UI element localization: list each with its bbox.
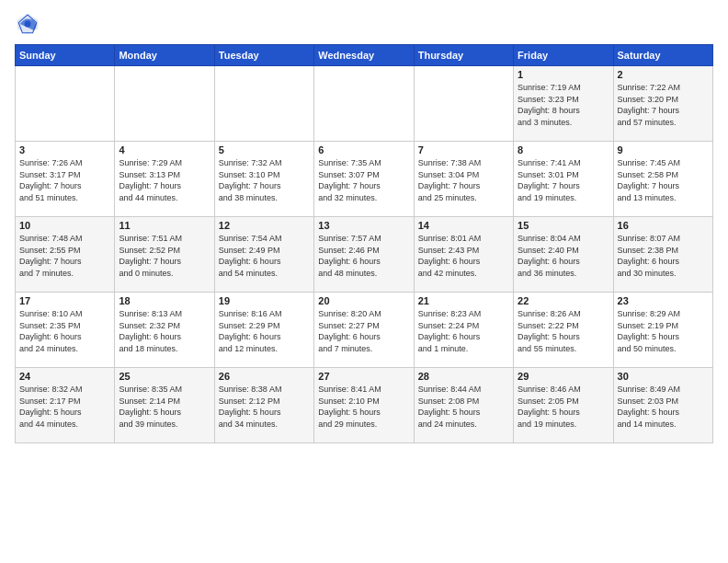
day-number: 22 <box>518 295 609 306</box>
calendar-header: SundayMondayTuesdayWednesdayThursdayFrid… <box>16 45 713 66</box>
day-info: Sunrise: 8:10 AM Sunset: 2:35 PM Dayligh… <box>19 308 110 354</box>
day-info: Sunrise: 7:48 AM Sunset: 2:55 PM Dayligh… <box>19 233 110 279</box>
day-number: 23 <box>618 295 709 306</box>
day-number: 17 <box>19 295 110 306</box>
day-number: 29 <box>518 371 609 382</box>
day-number: 26 <box>219 371 310 382</box>
day-info: Sunrise: 8:38 AM Sunset: 2:12 PM Dayligh… <box>219 384 310 430</box>
day-number: 1 <box>518 69 609 80</box>
day-number: 20 <box>318 295 409 306</box>
day-number: 8 <box>518 144 609 155</box>
day-info: Sunrise: 7:32 AM Sunset: 3:10 PM Dayligh… <box>219 157 310 203</box>
calendar-day-cell: 30Sunrise: 8:49 AM Sunset: 2:03 PM Dayli… <box>613 368 712 443</box>
day-info: Sunrise: 7:51 AM Sunset: 2:52 PM Dayligh… <box>119 233 210 279</box>
calendar-day-cell: 27Sunrise: 8:41 AM Sunset: 2:10 PM Dayli… <box>314 368 414 443</box>
day-number: 21 <box>418 295 509 306</box>
day-info: Sunrise: 7:54 AM Sunset: 2:49 PM Dayligh… <box>219 233 310 279</box>
day-info: Sunrise: 7:26 AM Sunset: 3:17 PM Dayligh… <box>19 157 110 203</box>
day-info: Sunrise: 8:35 AM Sunset: 2:14 PM Dayligh… <box>119 384 210 430</box>
header <box>15 11 713 37</box>
calendar-day-cell: 26Sunrise: 8:38 AM Sunset: 2:12 PM Dayli… <box>214 368 313 443</box>
calendar-day-cell: 18Sunrise: 8:13 AM Sunset: 2:32 PM Dayli… <box>115 293 214 368</box>
day-number: 2 <box>618 69 709 80</box>
calendar-table: SundayMondayTuesdayWednesdayThursdayFrid… <box>15 44 713 443</box>
weekday-header: Tuesday <box>214 45 313 66</box>
day-info: Sunrise: 8:23 AM Sunset: 2:24 PM Dayligh… <box>418 308 509 354</box>
calendar-day-cell: 24Sunrise: 8:32 AM Sunset: 2:17 PM Dayli… <box>16 368 115 443</box>
day-number: 6 <box>318 144 409 155</box>
day-info: Sunrise: 8:26 AM Sunset: 2:22 PM Dayligh… <box>518 308 609 354</box>
day-number: 5 <box>219 144 310 155</box>
calendar-day-cell: 16Sunrise: 8:07 AM Sunset: 2:38 PM Dayli… <box>613 217 712 293</box>
calendar-day-cell: 17Sunrise: 8:10 AM Sunset: 2:35 PM Dayli… <box>16 293 115 368</box>
calendar-day-cell: 12Sunrise: 7:54 AM Sunset: 2:49 PM Dayli… <box>214 217 313 293</box>
day-number: 7 <box>418 144 509 155</box>
day-info: Sunrise: 8:01 AM Sunset: 2:43 PM Dayligh… <box>418 233 509 279</box>
calendar-week-row: 10Sunrise: 7:48 AM Sunset: 2:55 PM Dayli… <box>16 217 713 293</box>
day-info: Sunrise: 8:32 AM Sunset: 2:17 PM Dayligh… <box>19 384 110 430</box>
weekday-header: Wednesday <box>314 45 414 66</box>
day-number: 15 <box>518 220 609 231</box>
day-number: 12 <box>219 220 310 231</box>
day-info: Sunrise: 7:29 AM Sunset: 3:13 PM Dayligh… <box>119 157 210 203</box>
calendar-day-cell: 10Sunrise: 7:48 AM Sunset: 2:55 PM Dayli… <box>16 217 115 293</box>
calendar-day-cell: 4Sunrise: 7:29 AM Sunset: 3:13 PM Daylig… <box>115 142 214 217</box>
day-number: 4 <box>119 144 210 155</box>
weekday-header: Friday <box>514 45 613 66</box>
day-info: Sunrise: 8:44 AM Sunset: 2:08 PM Dayligh… <box>418 384 509 430</box>
calendar-week-row: 17Sunrise: 8:10 AM Sunset: 2:35 PM Dayli… <box>16 293 713 368</box>
calendar-day-cell: 28Sunrise: 8:44 AM Sunset: 2:08 PM Dayli… <box>414 368 513 443</box>
calendar-day-cell: 25Sunrise: 8:35 AM Sunset: 2:14 PM Dayli… <box>115 368 214 443</box>
weekday-header: Monday <box>115 45 214 66</box>
calendar-day-cell: 29Sunrise: 8:46 AM Sunset: 2:05 PM Dayli… <box>514 368 613 443</box>
day-number: 28 <box>418 371 509 382</box>
day-info: Sunrise: 8:20 AM Sunset: 2:27 PM Dayligh… <box>318 308 409 354</box>
calendar-week-row: 3Sunrise: 7:26 AM Sunset: 3:17 PM Daylig… <box>16 142 713 217</box>
day-info: Sunrise: 8:41 AM Sunset: 2:10 PM Dayligh… <box>318 384 409 430</box>
calendar-day-cell: 5Sunrise: 7:32 AM Sunset: 3:10 PM Daylig… <box>214 142 313 217</box>
day-info: Sunrise: 8:13 AM Sunset: 2:32 PM Dayligh… <box>119 308 210 354</box>
weekday-header: Thursday <box>414 45 513 66</box>
day-info: Sunrise: 8:16 AM Sunset: 2:29 PM Dayligh… <box>219 308 310 354</box>
day-number: 16 <box>618 220 709 231</box>
day-info: Sunrise: 7:19 AM Sunset: 3:23 PM Dayligh… <box>518 82 609 128</box>
calendar-day-cell: 19Sunrise: 8:16 AM Sunset: 2:29 PM Dayli… <box>214 293 313 368</box>
calendar-day-cell <box>314 66 414 142</box>
day-number: 30 <box>618 371 709 382</box>
logo <box>15 11 44 37</box>
calendar-day-cell: 22Sunrise: 8:26 AM Sunset: 2:22 PM Dayli… <box>514 293 613 368</box>
calendar-day-cell: 2Sunrise: 7:22 AM Sunset: 3:20 PM Daylig… <box>613 66 712 142</box>
day-info: Sunrise: 7:35 AM Sunset: 3:07 PM Dayligh… <box>318 157 409 203</box>
day-info: Sunrise: 8:49 AM Sunset: 2:03 PM Dayligh… <box>618 384 709 430</box>
day-number: 14 <box>418 220 509 231</box>
calendar-day-cell: 13Sunrise: 7:57 AM Sunset: 2:46 PM Dayli… <box>314 217 414 293</box>
day-number: 9 <box>618 144 709 155</box>
calendar-day-cell <box>414 66 513 142</box>
calendar-day-cell: 7Sunrise: 7:38 AM Sunset: 3:04 PM Daylig… <box>414 142 513 217</box>
calendar-day-cell <box>214 66 313 142</box>
calendar-day-cell: 23Sunrise: 8:29 AM Sunset: 2:19 PM Dayli… <box>613 293 712 368</box>
calendar-day-cell: 11Sunrise: 7:51 AM Sunset: 2:52 PM Dayli… <box>115 217 214 293</box>
day-info: Sunrise: 7:38 AM Sunset: 3:04 PM Dayligh… <box>418 157 509 203</box>
calendar-day-cell <box>115 66 214 142</box>
day-number: 24 <box>19 371 110 382</box>
calendar-day-cell: 6Sunrise: 7:35 AM Sunset: 3:07 PM Daylig… <box>314 142 414 217</box>
calendar-day-cell <box>16 66 115 142</box>
page: SundayMondayTuesdayWednesdayThursdayFrid… <box>0 0 728 563</box>
day-info: Sunrise: 7:45 AM Sunset: 2:58 PM Dayligh… <box>618 157 709 203</box>
day-number: 25 <box>119 371 210 382</box>
day-info: Sunrise: 7:22 AM Sunset: 3:20 PM Dayligh… <box>618 82 709 128</box>
calendar-day-cell: 8Sunrise: 7:41 AM Sunset: 3:01 PM Daylig… <box>514 142 613 217</box>
day-info: Sunrise: 8:46 AM Sunset: 2:05 PM Dayligh… <box>518 384 609 430</box>
day-number: 11 <box>119 220 210 231</box>
day-number: 18 <box>119 295 210 306</box>
day-info: Sunrise: 8:29 AM Sunset: 2:19 PM Dayligh… <box>618 308 709 354</box>
calendar-day-cell: 20Sunrise: 8:20 AM Sunset: 2:27 PM Dayli… <box>314 293 414 368</box>
day-number: 3 <box>19 144 110 155</box>
calendar-day-cell: 14Sunrise: 8:01 AM Sunset: 2:43 PM Dayli… <box>414 217 513 293</box>
day-info: Sunrise: 8:07 AM Sunset: 2:38 PM Dayligh… <box>618 233 709 279</box>
calendar-day-cell: 3Sunrise: 7:26 AM Sunset: 3:17 PM Daylig… <box>16 142 115 217</box>
day-info: Sunrise: 7:57 AM Sunset: 2:46 PM Dayligh… <box>318 233 409 279</box>
calendar-week-row: 1Sunrise: 7:19 AM Sunset: 3:23 PM Daylig… <box>16 66 713 142</box>
day-info: Sunrise: 8:04 AM Sunset: 2:40 PM Dayligh… <box>518 233 609 279</box>
